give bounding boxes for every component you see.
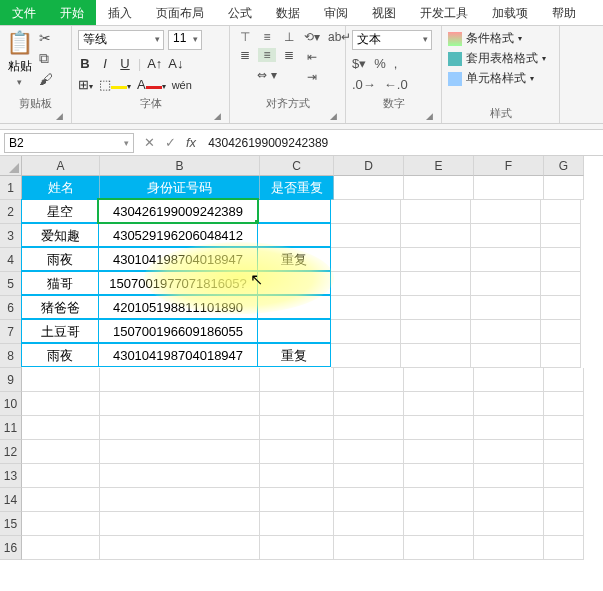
cell[interactable]	[544, 440, 584, 464]
cell[interactable]	[260, 488, 334, 512]
border-button[interactable]: ⊞▾	[78, 77, 93, 92]
row-header[interactable]: 15	[0, 512, 22, 536]
tab-pagelayout[interactable]: 页面布局	[144, 0, 216, 25]
cell[interactable]	[404, 536, 474, 560]
fill-color-button[interactable]: ⬚▾	[99, 77, 131, 92]
align-top-icon[interactable]: ⊤	[236, 30, 254, 44]
cell[interactable]	[331, 344, 401, 368]
cell[interactable]	[541, 224, 581, 248]
cell[interactable]	[471, 296, 541, 320]
formula-input[interactable]: 430426199009242389	[206, 134, 603, 152]
cell[interactable]: 雨夜	[21, 343, 99, 367]
cell[interactable]	[544, 464, 584, 488]
col-header[interactable]: D	[334, 156, 404, 176]
cell[interactable]	[401, 272, 471, 296]
cell[interactable]	[257, 199, 331, 223]
merge-cells-button[interactable]: ⇔ ▾	[236, 68, 298, 82]
font-family-select[interactable]: 等线▾	[78, 30, 164, 50]
cell[interactable]: 150700197707181605?	[98, 271, 258, 295]
cell[interactable]	[260, 392, 334, 416]
cell[interactable]	[474, 176, 544, 200]
cell[interactable]	[260, 440, 334, 464]
cell[interactable]	[541, 248, 581, 272]
cell[interactable]	[331, 248, 401, 272]
tab-addins[interactable]: 加载项	[480, 0, 540, 25]
cell[interactable]	[404, 176, 474, 200]
cell[interactable]	[257, 223, 331, 247]
row-header[interactable]: 4	[0, 248, 22, 272]
cell[interactable]	[22, 392, 100, 416]
col-header[interactable]: F	[474, 156, 544, 176]
cell[interactable]	[331, 272, 401, 296]
cell[interactable]: 姓名	[22, 176, 100, 200]
tab-review[interactable]: 审阅	[312, 0, 360, 25]
cell[interactable]	[541, 296, 581, 320]
cell[interactable]	[260, 512, 334, 536]
cell[interactable]	[334, 416, 404, 440]
decrease-decimal-icon[interactable]: ←.0	[384, 77, 408, 92]
cell[interactable]	[544, 416, 584, 440]
cell[interactable]	[471, 248, 541, 272]
row-header[interactable]: 6	[0, 296, 22, 320]
cell[interactable]	[22, 512, 100, 536]
cell[interactable]: 430104198704018947	[98, 343, 258, 367]
cancel-icon[interactable]: ✕	[144, 135, 155, 150]
cell[interactable]	[404, 440, 474, 464]
font-launcher-icon[interactable]: ◢	[78, 111, 223, 121]
increase-font-icon[interactable]: A↑	[147, 56, 162, 71]
cell[interactable]	[257, 319, 331, 343]
clipboard-launcher-icon[interactable]: ◢	[6, 111, 65, 121]
cell[interactable]	[474, 488, 544, 512]
cell[interactable]	[401, 296, 471, 320]
tab-developer[interactable]: 开发工具	[408, 0, 480, 25]
cell[interactable]	[401, 320, 471, 344]
cell[interactable]	[474, 512, 544, 536]
cell[interactable]: 430529196206048412	[98, 223, 258, 247]
cell[interactable]	[404, 512, 474, 536]
row-header[interactable]: 13	[0, 464, 22, 488]
cell[interactable]	[334, 536, 404, 560]
cell-styles-button[interactable]: 单元格样式▾	[448, 70, 546, 87]
cell[interactable]	[541, 320, 581, 344]
col-header[interactable]: B	[100, 156, 260, 176]
cell[interactable]	[541, 200, 581, 224]
cell[interactable]	[474, 536, 544, 560]
cell[interactable]	[22, 368, 100, 392]
font-size-select[interactable]: 11▾	[168, 30, 202, 50]
tab-help[interactable]: 帮助	[540, 0, 588, 25]
cell[interactable]	[334, 368, 404, 392]
col-header[interactable]: E	[404, 156, 474, 176]
cell[interactable]	[334, 176, 404, 200]
cell-selected[interactable]: 430426199009242389	[98, 199, 258, 223]
italic-button[interactable]: I	[98, 56, 112, 71]
align-center-icon[interactable]: ≡	[258, 48, 276, 62]
format-table-button[interactable]: 套用表格格式▾	[448, 50, 546, 67]
number-format-select[interactable]: 文本▾	[352, 30, 432, 50]
cell[interactable]: 身份证号码	[100, 176, 260, 200]
cell[interactable]	[541, 344, 581, 368]
paste-dropdown-icon[interactable]: ▾	[17, 77, 22, 87]
cell[interactable]	[474, 464, 544, 488]
cell[interactable]	[22, 488, 100, 512]
cell[interactable]	[260, 536, 334, 560]
cell[interactable]	[334, 512, 404, 536]
number-launcher-icon[interactable]: ◢	[352, 111, 435, 121]
increase-decimal-icon[interactable]: .0→	[352, 77, 376, 92]
file-tab[interactable]: 文件	[0, 0, 48, 25]
copy-icon[interactable]: ⧉	[39, 50, 53, 67]
paste-label[interactable]: 粘贴	[8, 58, 32, 75]
cell[interactable]	[22, 440, 100, 464]
cell[interactable]	[257, 271, 331, 295]
cell[interactable]: 土豆哥	[21, 319, 99, 343]
cell[interactable]	[404, 488, 474, 512]
cell[interactable]	[474, 416, 544, 440]
row-header[interactable]: 9	[0, 368, 22, 392]
cell[interactable]	[471, 344, 541, 368]
cell[interactable]	[331, 224, 401, 248]
cell[interactable]	[22, 464, 100, 488]
cell[interactable]	[544, 368, 584, 392]
row-header[interactable]: 7	[0, 320, 22, 344]
cell[interactable]	[331, 296, 401, 320]
row-header[interactable]: 5	[0, 272, 22, 296]
cell[interactable]	[404, 368, 474, 392]
